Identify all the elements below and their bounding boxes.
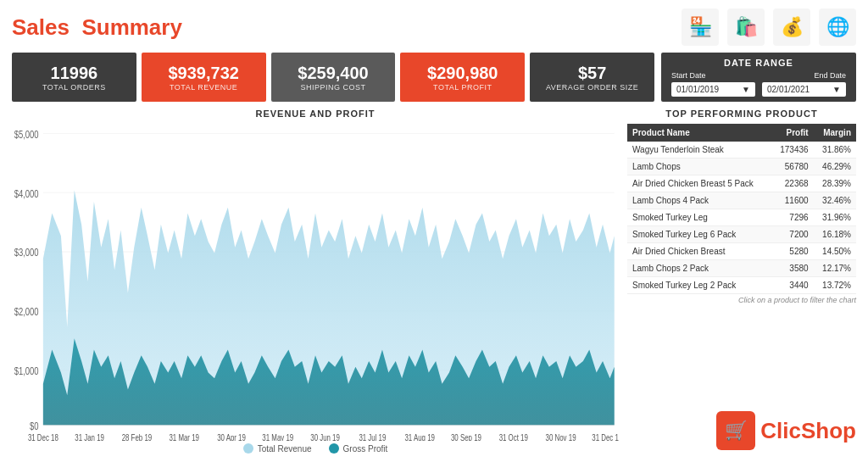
date-range-box: DATE RANGE Start Date End Date 01/01/201… (661, 53, 856, 102)
clicshop-logo-icon: 🛒 (716, 411, 755, 450)
end-date-input[interactable]: 02/01/2021 ▼ (762, 82, 846, 97)
product-profit-cell: 3440 (771, 277, 814, 294)
page-header: Sales Summary 🏪 🛍️ 💰 🌐 (12, 8, 856, 46)
svg-text:30 Nov 19: 30 Nov 19 (546, 433, 576, 441)
product-table: Product Name Profit Margin Wagyu Tenderl… (627, 124, 856, 294)
svg-text:$5,000: $5,000 (14, 129, 39, 140)
product-margin-cell: 31.86% (814, 142, 856, 159)
revenue-profit-chart: $5,000 $4,000 $3,000 $2,000 $1,000 $0 (12, 122, 619, 441)
product-name-cell: Lamb Chops 4 Pack (627, 192, 771, 209)
total-profit-label: TOTAL PROFIT (433, 83, 492, 92)
product-profit-cell: 7296 (771, 209, 814, 226)
bag-icon[interactable]: 🛍️ (727, 8, 765, 46)
table-row[interactable]: Smoked Turkey Leg 2 Pack 3440 13.72% (627, 277, 856, 294)
legend-revenue: Total Revenue (243, 443, 312, 454)
svg-text:31 Jan 19: 31 Jan 19 (75, 433, 104, 441)
svg-text:$3,000: $3,000 (14, 247, 39, 258)
product-margin-cell: 28.39% (814, 175, 856, 192)
product-profit-cell: 3580 (771, 260, 814, 277)
click-hint: Click on a product to filter the chart (627, 296, 856, 304)
product-name-cell: Wagyu Tenderloin Steak (627, 142, 771, 159)
svg-text:31 Oct 19: 31 Oct 19 (499, 433, 528, 441)
avg-order-card: $57 AVERAGE ORDER SIZE (530, 53, 654, 102)
logo-text-red: Shop (801, 418, 856, 443)
end-date-value: 02/01/2021 (767, 85, 810, 94)
product-name-cell: Lamb Chops 2 Pack (627, 260, 771, 277)
product-margin-cell: 13.72% (814, 277, 856, 294)
chart-title: REVENUE AND PROFIT (12, 109, 619, 119)
store-icon[interactable]: 🏪 (682, 8, 719, 46)
globe-icon[interactable]: 🌐 (819, 8, 856, 46)
product-name-cell: Air Dried Chicken Breast 5 Pack (627, 175, 771, 192)
chart-wrapper: $5,000 $4,000 $3,000 $2,000 $1,000 $0 (12, 122, 619, 441)
svg-text:30 Apr 19: 30 Apr 19 (217, 433, 246, 441)
table-row[interactable]: Wagyu Tenderloin Steak 173436 31.86% (627, 142, 856, 159)
product-name-cell: Air Dried Chicken Breast (627, 243, 771, 260)
page-title: Sales Summary (12, 14, 182, 41)
svg-text:$4,000: $4,000 (14, 187, 39, 198)
table-row[interactable]: Smoked Turkey Leg 7296 31.96% (627, 209, 856, 226)
svg-text:31 Dec 18: 31 Dec 18 (28, 433, 58, 441)
total-orders-card: 11996 TOTAL ORDERS (12, 53, 136, 102)
table-row[interactable]: Lamb Chops 56780 46.29% (627, 159, 856, 175)
product-profit-cell: 56780 (771, 159, 814, 175)
chart-legend: Total Revenue Gross Profit (12, 443, 619, 454)
table-row[interactable]: Lamb Chops 2 Pack 3580 12.17% (627, 260, 856, 277)
table-row[interactable]: Air Dried Chicken Breast 5280 14.50% (627, 243, 856, 260)
product-profit-cell: 11600 (771, 192, 814, 209)
svg-text:31 Aug 19: 31 Aug 19 (404, 433, 435, 441)
svg-text:30 Sep 19: 30 Sep 19 (451, 433, 481, 441)
money-icon[interactable]: 💰 (773, 8, 810, 46)
main-content: REVENUE AND PROFIT $5,000 $4,000 $3,000 … (12, 109, 856, 454)
title-accent: Summary (81, 14, 182, 40)
col-product-name: Product Name (627, 124, 771, 142)
legend-profit: Gross Profit (329, 443, 388, 454)
date-range-title: DATE RANGE (671, 58, 846, 68)
product-margin-cell: 32.46% (814, 192, 856, 209)
right-panel: TOP PERFORMING PRODUCT Product Name Prof… (627, 109, 856, 454)
svg-text:28 Feb 19: 28 Feb 19 (122, 433, 152, 441)
legend-revenue-dot (243, 443, 253, 454)
logo-text-blue: Clic (760, 418, 801, 443)
avg-order-label: AVERAGE ORDER SIZE (546, 83, 638, 92)
svg-text:31 Dec 19: 31 Dec 19 (592, 433, 619, 441)
product-margin-cell: 46.29% (814, 159, 856, 175)
table-row[interactable]: Air Dried Chicken Breast 5 Pack 22368 28… (627, 175, 856, 192)
svg-text:31 Jul 19: 31 Jul 19 (359, 433, 386, 441)
svg-text:31 Mar 19: 31 Mar 19 (169, 433, 198, 441)
svg-text:30 Jun 19: 30 Jun 19 (310, 433, 340, 441)
product-profit-cell: 22368 (771, 175, 814, 192)
total-revenue-value: $939,732 (168, 63, 238, 83)
date-range-inputs: 01/01/2019 ▼ 02/01/2021 ▼ (671, 82, 846, 97)
legend-profit-dot (329, 443, 339, 454)
product-name-cell: Smoked Turkey Leg (627, 209, 771, 226)
product-name-cell: Smoked Turkey Leg 2 Pack (627, 277, 771, 294)
col-profit: Profit (771, 124, 814, 142)
shipping-cost-label: SHIPPING COST (300, 83, 365, 92)
date-range-labels: Start Date End Date (671, 71, 846, 80)
product-profit-cell: 5280 (771, 243, 814, 260)
legend-revenue-label: Total Revenue (258, 444, 312, 454)
logo-area: 🛒 ClicShop (627, 408, 856, 454)
table-row[interactable]: Smoked Turkey Leg 6 Pack 7200 16.18% (627, 226, 856, 243)
product-margin-cell: 14.50% (814, 243, 856, 260)
clicshop-logo-text: ClicShop (760, 418, 856, 444)
total-revenue-card: $939,732 TOTAL REVENUE (142, 53, 266, 102)
svg-text:$1,000: $1,000 (14, 365, 39, 376)
header-icons: 🏪 🛍️ 💰 🌐 (682, 8, 856, 46)
start-date-dropdown-icon: ▼ (742, 85, 750, 94)
total-revenue-label: TOTAL REVENUE (170, 83, 237, 92)
shipping-cost-card: $259,400 SHIPPING COST (271, 53, 396, 102)
product-profit-cell: 173436 (771, 142, 814, 159)
svg-text:$2,000: $2,000 (14, 306, 39, 317)
end-date-dropdown-icon: ▼ (832, 85, 841, 94)
total-profit-card: $290,980 TOTAL PROFIT (400, 53, 525, 102)
chart-area: REVENUE AND PROFIT $5,000 $4,000 $3,000 … (12, 109, 619, 454)
start-date-value: 01/01/2019 (676, 85, 719, 94)
stats-row: 11996 TOTAL ORDERS $939,732 TOTAL REVENU… (12, 53, 654, 102)
svg-text:31 May 19: 31 May 19 (262, 433, 293, 441)
start-date-input[interactable]: 01/01/2019 ▼ (671, 82, 755, 97)
product-margin-cell: 16.18% (814, 226, 856, 243)
table-row[interactable]: Lamb Chops 4 Pack 11600 32.46% (627, 192, 856, 209)
shipping-cost-value: $259,400 (298, 63, 368, 83)
